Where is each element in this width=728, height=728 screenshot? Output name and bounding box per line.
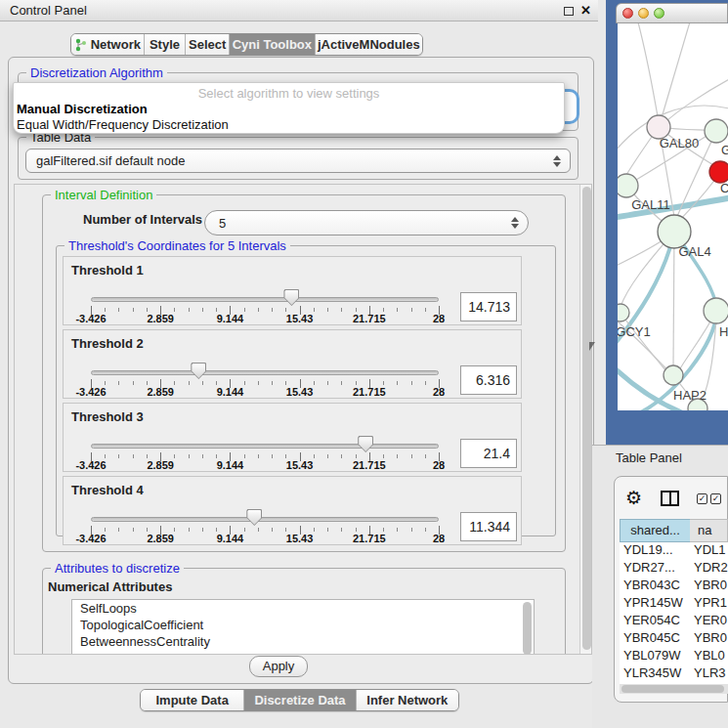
tab-cyni-toolbox[interactable]: Cyni Toolbox [230, 34, 316, 55]
tick-label: 9.144 [217, 386, 244, 398]
group-label: Threshold's Coordinates for 5 Intervals [64, 238, 290, 253]
table-cell: YDR27... [623, 559, 692, 577]
checkbox-icon[interactable]: ✓ [697, 493, 707, 504]
num-intervals-value: 5 [219, 216, 226, 231]
group-label: Discretization Algorithm [26, 65, 167, 80]
mouse-cursor [589, 342, 595, 351]
apply-button[interactable]: Apply [249, 656, 308, 677]
column-header-name[interactable]: na [690, 519, 728, 542]
tab-infer-network[interactable]: Infer Network [357, 690, 458, 710]
settings-scrollbar-thumb[interactable] [582, 187, 591, 650]
group-label: Attributes to discretize [51, 561, 184, 576]
network-icon [74, 38, 87, 52]
node-label: H [719, 324, 728, 339]
zoom-traffic-icon[interactable] [654, 8, 664, 19]
tab-label: Infer Network [366, 693, 448, 707]
table-cell: YDR2 [694, 559, 728, 577]
tick-label: 15.43 [286, 533, 314, 544]
slider-ticks [91, 528, 440, 532]
dropdown-option-manual[interactable]: Manual Discretization [17, 102, 148, 116]
table-row[interactable]: YDL19... YDL1 [620, 542, 728, 559]
list-item[interactable]: TopologicalCoefficient [72, 617, 534, 633]
settings-scrollbar-track[interactable] [579, 185, 592, 654]
threshold-list: Threshold 1 -3.4262.8599.14415.4321.7152… [63, 256, 522, 535]
tick-label: 21.715 [353, 533, 386, 544]
numerical-attributes-label: Numerical Attributes [48, 579, 172, 594]
table-cell: YPR145W [623, 594, 692, 612]
minimize-traffic-icon[interactable] [638, 8, 649, 19]
tab-label: Style [150, 37, 180, 52]
close-icon[interactable]: ✕ [580, 2, 591, 20]
threshold-label: Threshold 4 [71, 483, 144, 497]
table-row[interactable]: YBR043C YBR0 [620, 577, 728, 594]
threshold-value-field[interactable]: 11.344 [460, 512, 517, 541]
table-cell: YBR0 [694, 577, 728, 594]
list-item[interactable]: BetweennessCentrality [72, 633, 534, 650]
tick-label: 2.859 [147, 386, 174, 398]
tick-label: 15.43 [286, 313, 314, 324]
num-intervals-select[interactable]: 5 [204, 210, 529, 236]
tab-select[interactable]: Select [186, 34, 230, 55]
stepper-icon [511, 217, 519, 229]
threshold-value-field[interactable]: 6.316 [460, 365, 517, 395]
slider-thumb[interactable] [191, 363, 206, 379]
slider-track[interactable] [91, 444, 439, 449]
tick-label: 28 [433, 533, 445, 544]
table-row[interactable]: YLR345W YLR3 [620, 664, 728, 682]
table-cell: YLR345W [623, 664, 692, 682]
slider-track[interactable] [91, 370, 439, 375]
slider-thumb[interactable] [283, 289, 299, 306]
tick-label: 2.859 [147, 313, 174, 324]
tab-jactivemnodules[interactable]: jActiveMNodules [316, 34, 422, 55]
list-scrollbar[interactable] [523, 602, 532, 655]
gear-icon[interactable]: ⚙ [625, 487, 642, 509]
tick-label: 28 [433, 386, 445, 398]
checkbox-icon[interactable]: ✓ [710, 493, 721, 504]
tab-impute-data[interactable]: Impute Data [141, 690, 244, 710]
column-header-shared[interactable]: shared... [620, 519, 691, 542]
table-cell: YBR045C [623, 629, 692, 647]
algorithm-dropdown-popup: Select algorithm to view settings Manual… [13, 82, 565, 134]
tick-label: -3.426 [75, 313, 106, 324]
table-row[interactable]: YDR27... YDR2 [620, 559, 728, 577]
table-hscrollbar-thumb[interactable] [621, 685, 724, 693]
network-window-titlebar[interactable] [616, 3, 728, 23]
close-traffic-icon[interactable] [622, 8, 633, 19]
tab-style[interactable]: Style [145, 34, 187, 55]
network-canvas[interactable]: GAL80 GA C GAL11 GAL4 GCY1 H HAP2 [618, 23, 728, 410]
tab-discretize-data[interactable]: Discretize Data [244, 690, 356, 710]
dropdown-option-equal-width[interactable]: Equal Width/Frequency Discretization [17, 117, 229, 132]
table-data-select[interactable]: galFiltered.sif default node [25, 149, 571, 173]
list-item[interactable]: SelfLoops [72, 600, 534, 617]
float-window-icon[interactable] [564, 7, 574, 16]
slider-track[interactable] [91, 517, 439, 522]
tick-label: 9.144 [217, 313, 244, 324]
table-cell: YBL079W [623, 647, 692, 664]
tick-label: 15.43 [286, 386, 314, 398]
table-row[interactable]: YBL079W YBL0 [620, 647, 728, 664]
table-row[interactable]: YER054C YER0 [620, 612, 728, 629]
split-columns-icon[interactable] [661, 491, 679, 506]
tick-label: 28 [433, 313, 445, 324]
slider-thumb[interactable] [246, 509, 262, 526]
dropdown-prompt: Select algorithm to view settings [14, 86, 564, 101]
threshold-label: Threshold 3 [71, 409, 144, 424]
table-panel-title: Table Panel [616, 450, 682, 465]
attribute-list[interactable]: SelfLoops TopologicalCoefficient Between… [71, 599, 535, 655]
tab-network[interactable]: Network [71, 34, 145, 55]
panel-title: Control Panel [10, 0, 87, 21]
threshold-panel: Threshold 3 -3.4262.8599.14415.4321.7152… [63, 403, 522, 472]
table-body[interactable]: YDL19... YDL1 YDR27... YDR2 YBR043C YBR0… [620, 542, 728, 689]
tab-label: Network [91, 37, 141, 52]
tick-label: 21.715 [353, 459, 386, 471]
threshold-value-field[interactable]: 21.4 [460, 439, 517, 468]
tab-label: jActiveMNodules [318, 37, 420, 52]
threshold-value-field[interactable]: 14.713 [460, 292, 517, 321]
table-row[interactable]: YPR145W YPR1 [620, 594, 728, 612]
table-row[interactable]: YBR045C YBR0 [620, 629, 728, 647]
slider-track[interactable] [91, 297, 439, 302]
table-hscrollbar-track[interactable] [620, 684, 728, 694]
group-label: Interval Definition [51, 188, 156, 202]
slider-thumb[interactable] [358, 436, 373, 452]
table-cell: YLR3 [694, 664, 728, 682]
